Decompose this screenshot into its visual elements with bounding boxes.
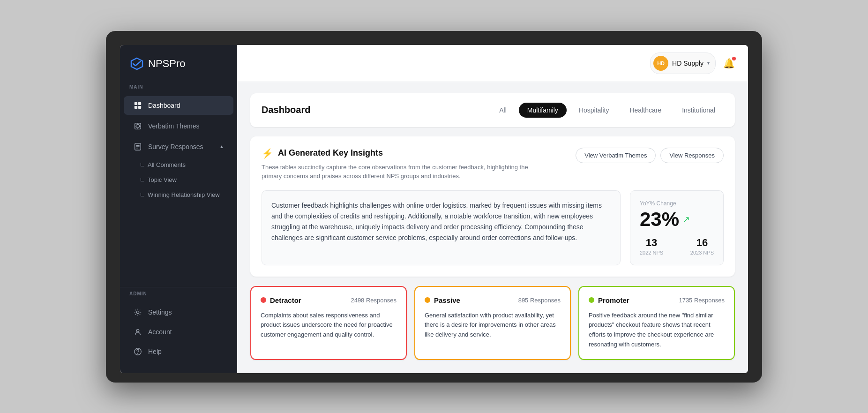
- stat-nps-row: 13 2022 NPS 16 2023 NPS: [640, 237, 714, 255]
- dashboard-tabs: All Multifamily Hospitality Healthcare I…: [491, 103, 724, 118]
- insights-title: AI Generated Key Insights: [278, 148, 383, 158]
- tab-all[interactable]: All: [491, 103, 515, 118]
- sidebar-item-help[interactable]: Help: [124, 342, 233, 361]
- lightning-icon: ⚡: [262, 148, 273, 159]
- settings-icon: [133, 308, 142, 317]
- svg-point-18: [138, 353, 138, 354]
- dashboard-header-card: Dashboard All Multifamily Hospitality He…: [250, 93, 735, 127]
- admin-section: ADMIN Settings: [120, 287, 237, 362]
- header-right: HD HD Supply ▾ 🔔: [650, 53, 735, 74]
- stat-value: 23%: [640, 210, 679, 229]
- promoter-title: Promoter: [589, 296, 629, 304]
- sidebar-item-settings[interactable]: Settings: [124, 303, 233, 322]
- response-card-promoter: Promoter 1735 Responses Positive feedbac…: [578, 286, 735, 360]
- promoter-card-header: Promoter 1735 Responses: [589, 296, 725, 304]
- insights-section: ⚡ AI Generated Key Insights These tables…: [250, 136, 735, 277]
- response-card-detractor: Detractor 2498 Responses Complaints abou…: [250, 286, 407, 360]
- nps-2022-value: 13: [640, 237, 663, 249]
- insights-header: ⚡ AI Generated Key Insights These tables…: [262, 148, 724, 181]
- sidebar-logo: NPSPro: [120, 56, 237, 84]
- svg-rect-4: [138, 105, 141, 108]
- survey-responses-label: Survey Responses: [148, 143, 203, 150]
- nps-2023: 16 2023 NPS: [690, 237, 714, 255]
- promoter-dot: [589, 297, 594, 303]
- passive-text: General satisfaction with product availa…: [425, 311, 561, 340]
- company-name: HD Supply: [672, 60, 703, 67]
- sidebar-item-account[interactable]: Account: [124, 323, 233, 341]
- help-label: Help: [148, 348, 162, 355]
- survey-responses-expand-icon: ▲: [219, 144, 224, 149]
- svg-rect-2: [138, 102, 141, 105]
- winning-relationship-view-label: Winning Relationship View: [148, 191, 220, 198]
- detractor-title: Detractor: [261, 296, 301, 304]
- notification-dot: [732, 57, 736, 60]
- company-dropdown-icon: ▾: [707, 60, 710, 66]
- sidebar-item-dashboard[interactable]: Dashboard: [124, 96, 233, 115]
- sidebar-item-topic-view[interactable]: Topic View: [141, 173, 237, 187]
- svg-point-15: [136, 311, 139, 313]
- stat-value-row: 23% ↗: [640, 210, 714, 229]
- nps-2023-value: 16: [690, 237, 714, 249]
- sidebar-item-verbatim-themes[interactable]: Verbatim Themes: [124, 117, 233, 135]
- account-label: Account: [148, 328, 172, 336]
- main-content: HD HD Supply ▾ 🔔 Dashboard: [237, 45, 748, 373]
- main-section-label: MAIN: [120, 84, 237, 95]
- help-icon: [133, 347, 142, 356]
- insights-title-row: ⚡ AI Generated Key Insights: [262, 148, 533, 159]
- response-cards-row: Detractor 2498 Responses Complaints abou…: [250, 286, 735, 360]
- company-selector[interactable]: HD HD Supply ▾: [650, 53, 716, 74]
- tab-healthcare[interactable]: Healthcare: [621, 103, 670, 118]
- dashboard-header-row: Dashboard All Multifamily Hospitality He…: [262, 103, 724, 118]
- all-comments-label: All Comments: [148, 161, 186, 168]
- header: HD HD Supply ▾ 🔔: [237, 45, 748, 82]
- insights-title-block: ⚡ AI Generated Key Insights These tables…: [262, 148, 533, 181]
- laptop-screen: NPSPro MAIN Dashboard: [120, 45, 748, 373]
- svg-rect-3: [135, 105, 137, 108]
- settings-label: Settings: [148, 308, 172, 316]
- sidebar-item-winning-relationship-view[interactable]: Winning Relationship View: [141, 188, 237, 202]
- trend-up-icon: ↗: [683, 214, 690, 225]
- logo-text: NPSPro: [148, 58, 186, 70]
- detractor-count: 2498 Responses: [351, 297, 397, 304]
- insights-subtitle: These tables succinctly capture the core…: [262, 163, 533, 181]
- dashboard-icon: [133, 101, 142, 110]
- account-icon: [133, 327, 142, 337]
- tab-institutional[interactable]: Institutional: [673, 103, 724, 118]
- verbatim-themes-icon: [133, 121, 142, 131]
- laptop-frame: NPSPro MAIN Dashboard: [106, 31, 762, 383]
- tab-multifamily[interactable]: Multifamily: [519, 103, 567, 118]
- svg-rect-1: [135, 102, 137, 105]
- sidebar-dashboard-label: Dashboard: [148, 102, 180, 109]
- insights-text-card: Customer feedback highlights challenges …: [262, 190, 621, 265]
- sidebar-item-survey-responses[interactable]: Survey Responses ▲: [124, 137, 233, 156]
- stat-yoy-label: YoY% Change: [640, 200, 714, 207]
- survey-responses-icon: [133, 142, 142, 151]
- insights-content-row: Customer feedback highlights challenges …: [262, 190, 724, 265]
- detractor-text: Complaints about sales responsiveness an…: [261, 311, 397, 340]
- detractor-card-header: Detractor 2498 Responses: [261, 296, 397, 304]
- svg-point-16: [136, 329, 139, 331]
- dashboard-title: Dashboard: [262, 105, 310, 115]
- company-avatar: HD: [653, 56, 668, 71]
- detractor-dot: [261, 297, 266, 303]
- notification-bell[interactable]: 🔔: [723, 58, 735, 69]
- promoter-count: 1735 Responses: [679, 297, 725, 304]
- verbatim-themes-label: Verbatim Themes: [148, 122, 199, 130]
- promoter-text: Positive feedback around the new "find s…: [589, 311, 725, 350]
- survey-responses-submenu: All Comments Topic View Winning Relation…: [120, 157, 237, 203]
- passive-card-header: Passive 895 Responses: [425, 296, 561, 304]
- svg-point-6: [136, 124, 139, 128]
- passive-dot: [425, 297, 430, 303]
- nps-2023-label: 2023 NPS: [690, 250, 714, 255]
- sidebar: NPSPro MAIN Dashboard: [120, 45, 237, 373]
- admin-section-label: ADMIN: [120, 291, 237, 302]
- sidebar-item-all-comments[interactable]: All Comments: [141, 158, 237, 172]
- passive-count: 895 Responses: [518, 297, 561, 304]
- view-responses-button[interactable]: View Responses: [660, 148, 724, 163]
- content-area: Dashboard All Multifamily Hospitality He…: [237, 82, 748, 373]
- view-verbatim-themes-button[interactable]: View Verbatim Themes: [576, 148, 656, 163]
- nps-2022-label: 2022 NPS: [640, 250, 663, 255]
- insights-stat-card: YoY% Change 23% ↗ 13 2022 NPS: [630, 190, 724, 265]
- insights-buttons: View Verbatim Themes View Responses: [576, 148, 724, 163]
- tab-hospitality[interactable]: Hospitality: [570, 103, 618, 118]
